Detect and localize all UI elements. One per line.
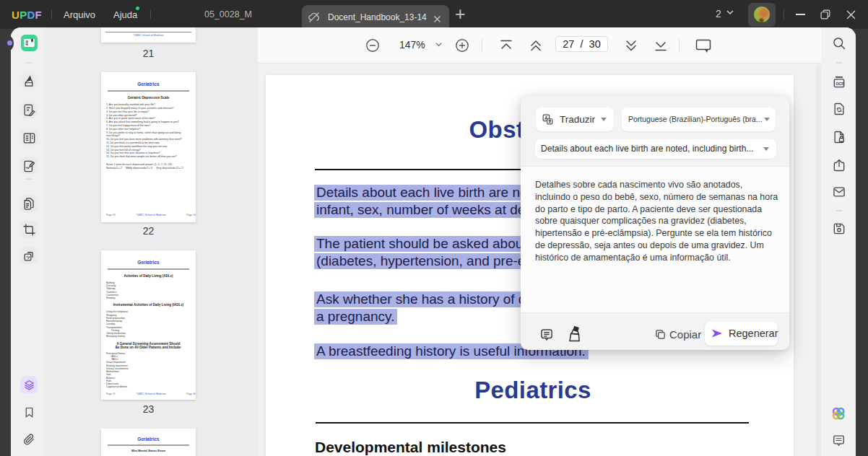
svg-text:OCR: OCR [836, 82, 844, 86]
